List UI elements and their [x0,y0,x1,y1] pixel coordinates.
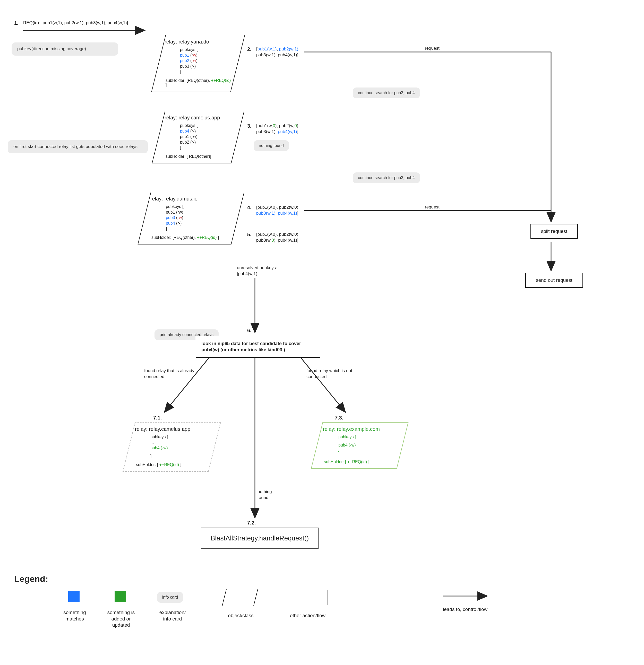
legend-swatch-blue [68,591,79,602]
r73-l3: ] [338,450,397,456]
step-71-num: 7.1. [153,415,162,421]
action-split-request: split request [531,224,578,239]
yana-l2: pub1 (rw) [180,53,232,58]
legend-blue-label: something matches [60,609,89,622]
svg-line-6 [165,355,211,412]
r71-l2: ... [150,440,208,445]
legend-info-pill: info card [157,592,183,603]
action-blast-all: BlastAllStrategy.handleRequest() [201,528,318,549]
damus-l5: ] [166,226,232,232]
step-6-num: 6. [247,328,252,334]
legend-action-label: other action/flow [286,612,330,619]
step-2-text: [pub1(w,1), pub2(w,1), pub3(w,1), pub4(w… [256,46,305,58]
step-5-num: 5. [247,232,252,238]
camelus-title: relay: relay.camelus.app [165,115,232,121]
action-lookup-nip65: look in nip65 data for best candidate to… [196,336,320,358]
step-1-text: REQ(id): [pub1(w,1), pub2(w,1), pub3(w,1… [23,20,128,26]
damus-l2: pub1 (rw) [166,209,232,215]
yana-l1: pubkeys [ [180,47,232,53]
damus-sub: subHolder: [REQ(other), ++REQ(id) ] [150,235,232,240]
camelus-sub: subHolder: [ REQ(other)] [165,154,232,159]
relay-damus: relay: relay.damus.io pubkeys [ pub1 (rw… [137,192,244,245]
r73-sub: subHolder: [ ++REQ(id) ] [323,460,397,464]
r73-l1: pubkeys [ [338,434,397,440]
camelus-l4: pub2 (r-) [180,139,232,145]
relay-example-new: relay: relay.example.com pubkeys [ pub4 … [311,422,408,469]
yana-l5: ] [180,69,232,75]
legend-green-label: something is added or updated [104,609,138,628]
legend-info-label: explanation/ info card [156,609,189,622]
damus-title: relay: relay.damus.io [150,196,232,202]
damus-l3: pub3 (-w) [166,215,232,221]
step-4-text: [pub1(w,0), pub2(w,0), pub3(w,1), pub4(w… [256,205,305,216]
relay-yana: relay: relay.yana.do pubkeys [ pub1 (rw)… [151,35,245,92]
legend-object-label: object/class [224,612,257,619]
step-72-num: 7.2. [247,520,256,526]
branch-mid-label: nothing found [257,489,281,501]
step-73-num: 7.3. [335,415,343,421]
yana-sub: subHolder: [REQ(other), ++REQ(id) ] [165,78,232,88]
camelus-l1: pubkeys [ [180,123,232,128]
r71-sub: subHolder: [ ++REQ(id) ] [135,462,208,467]
damus-l4: pub4 (r-) [166,221,232,226]
step-2-num: 2. [247,46,252,52]
arrows-layer [0,0,644,665]
legend-swatch-green [115,591,126,602]
info-continue-2: continue search for pub3, pub4 [353,172,420,183]
relay-camelus: relay: relay.camelus.app pubkeys [ pub4 … [152,111,244,164]
legend-title: Legend: [14,574,48,584]
r71-l1: pubkeys [ [150,434,208,440]
legend-arrow-label: leads to, control/flow [443,606,494,613]
yana-l3: pub2 (-w) [180,58,232,63]
request-label-4: request [425,205,440,210]
camelus-l2: pub4 (r-) [180,128,232,134]
info-seed-relays: on first start connected relay list gets… [8,140,148,153]
camelus-l5: ] [180,145,232,151]
unresolved-pubkeys: unresolved pubkeys: [pub4(w,1)] [237,265,281,277]
r71-l3: pub4 (-w) [150,445,208,451]
damus-l1: pubkeys [ [166,204,232,209]
step-3-text: [pub1(w,0), pub2(w,0), pub3(w,1), pub4(w… [256,123,305,135]
step-5-text: [pub1(w,0), pub2(w,0), pub3(w,0), pub4(w… [256,232,305,244]
yana-l4: pub3 (r-) [180,63,232,69]
diagram-canvas: 1. REQ(id): [pub1(w,1), pub2(w,1), pub3(… [0,0,644,665]
r73-title: relay: relay.example.com [323,426,397,432]
info-nothing-found-3: nothing found [254,140,289,151]
legend-rect [286,590,328,605]
branch-right-label: found relay which is not connected [307,368,355,380]
branch-left-label: found relay that is already connected [144,368,198,380]
camelus-l3: pub1 (-w) [180,134,232,139]
relay-yana-title: relay: relay.yana.do [165,39,232,45]
r71-title: relay: relay.camelus.app [135,426,208,432]
step-4-num: 4. [247,205,252,210]
relay-camelus-updated: relay: relay.camelus.app pubkeys [ ... p… [123,422,221,472]
action-send-out-request: send out request [525,273,583,288]
r71-l4: ] [150,454,208,459]
r73-l2: pub4 (-w) [338,442,397,448]
request-label-1: request [425,46,440,51]
step-3-num: 3. [247,123,252,129]
svg-line-8 [299,355,345,412]
info-continue-1: continue search for pub3, pub4 [353,88,420,98]
info-pubkey-legend: pubkey(direction,missing coverage) [12,42,118,56]
legend-parallelogram [222,589,258,606]
step-1-num: 1. [14,20,19,26]
